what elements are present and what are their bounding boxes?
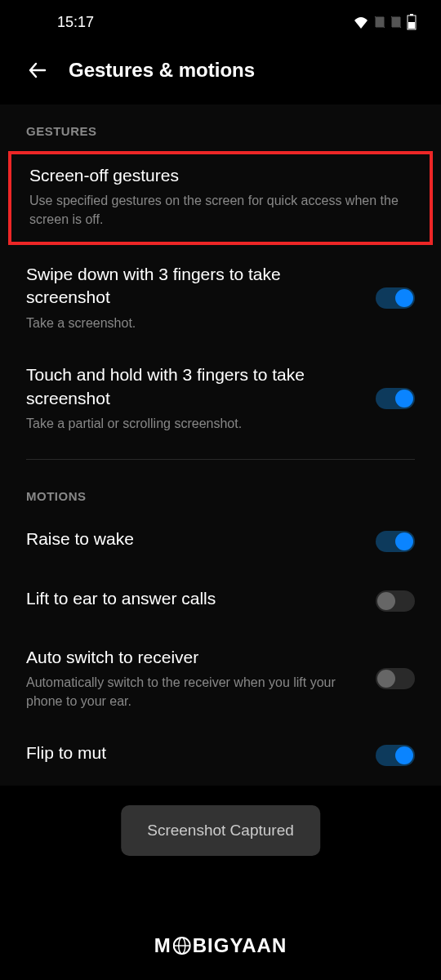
watermark-prefix: M	[154, 934, 172, 957]
watermark: M BIGYAAN	[154, 934, 287, 957]
toggle-knob	[395, 746, 413, 764]
setting-text: Flip to mut	[26, 742, 363, 769]
content: GESTURES Screen-off gestures Use specifi…	[0, 105, 441, 786]
setting-text: Lift to ear to answer calls	[26, 587, 363, 615]
setting-screen-off-gestures[interactable]: Screen-off gestures Use specified gestur…	[8, 151, 433, 245]
setting-text: Touch and hold with 3 fingers to take sc…	[26, 363, 363, 433]
setting-flip-to-mute[interactable]: Flip to mut	[0, 727, 441, 786]
toggle-swipe-screenshot[interactable]	[376, 287, 415, 309]
setting-subtitle: Take a screenshot.	[26, 314, 363, 332]
setting-lift-to-ear[interactable]: Lift to ear to answer calls	[0, 572, 441, 631]
setting-text: Auto switch to receiver Automatically sw…	[26, 646, 363, 710]
setting-auto-switch-receiver[interactable]: Auto switch to receiver Automatically sw…	[0, 631, 441, 727]
toggle-knob	[377, 670, 395, 688]
section-header-motions: MOTIONS	[0, 470, 441, 513]
status-bar: 15:17	[0, 0, 441, 41]
setting-title: Screen-off gestures	[29, 164, 412, 187]
toggle-auto-switch-receiver[interactable]	[376, 668, 415, 689]
setting-subtitle: Automatically switch to the receiver whe…	[26, 674, 363, 710]
back-button[interactable]	[26, 59, 49, 82]
battery-icon	[407, 14, 416, 30]
arrow-left-icon	[27, 60, 48, 81]
setting-text: Swipe down with 3 fingers to take screen…	[26, 263, 363, 332]
setting-raise-to-wake[interactable]: Raise to wake	[0, 513, 441, 572]
toast: Screenshot Captured	[121, 805, 320, 856]
toggle-raise-to-wake[interactable]	[376, 531, 415, 552]
status-icons	[353, 14, 416, 30]
setting-title: Swipe down with 3 fingers to take screen…	[26, 263, 363, 310]
toggle-knob	[377, 592, 395, 610]
setting-title: Auto switch to receiver	[26, 646, 363, 669]
setting-swipe-screenshot[interactable]: Swipe down with 3 fingers to take screen…	[0, 248, 441, 349]
setting-touch-hold-screenshot[interactable]: Touch and hold with 3 fingers to take sc…	[0, 349, 441, 449]
setting-text: Screen-off gestures Use specified gestur…	[29, 164, 412, 229]
sim-disabled-icon-2	[390, 16, 402, 29]
wifi-icon	[353, 16, 369, 29]
setting-subtitle: Take a partial or scrolling screenshot.	[26, 415, 363, 433]
toggle-touch-hold-screenshot[interactable]	[376, 388, 415, 409]
svg-rect-2	[408, 22, 415, 29]
setting-text: Raise to wake	[26, 528, 363, 555]
globe-icon	[173, 937, 191, 955]
setting-title: Lift to ear to answer calls	[26, 587, 363, 610]
watermark-suffix: BIGYAAN	[193, 934, 287, 957]
setting-title: Flip to mut	[26, 742, 363, 764]
page-title: Gestures & motions	[69, 59, 255, 82]
toggle-knob	[395, 390, 413, 408]
toggle-knob	[395, 532, 413, 550]
sim-disabled-icon-1	[374, 16, 385, 29]
setting-subtitle: Use specified gestures on the screen for…	[29, 192, 412, 229]
toggle-knob	[395, 289, 413, 307]
setting-title: Raise to wake	[26, 528, 363, 550]
status-time: 15:17	[57, 14, 94, 31]
section-header-gestures: GESTURES	[0, 105, 441, 148]
setting-title: Touch and hold with 3 fingers to take sc…	[26, 363, 363, 410]
divider	[26, 459, 415, 460]
toggle-lift-to-ear[interactable]	[376, 590, 415, 612]
toggle-flip-to-mute[interactable]	[376, 745, 415, 766]
header: Gestures & motions	[0, 41, 441, 105]
